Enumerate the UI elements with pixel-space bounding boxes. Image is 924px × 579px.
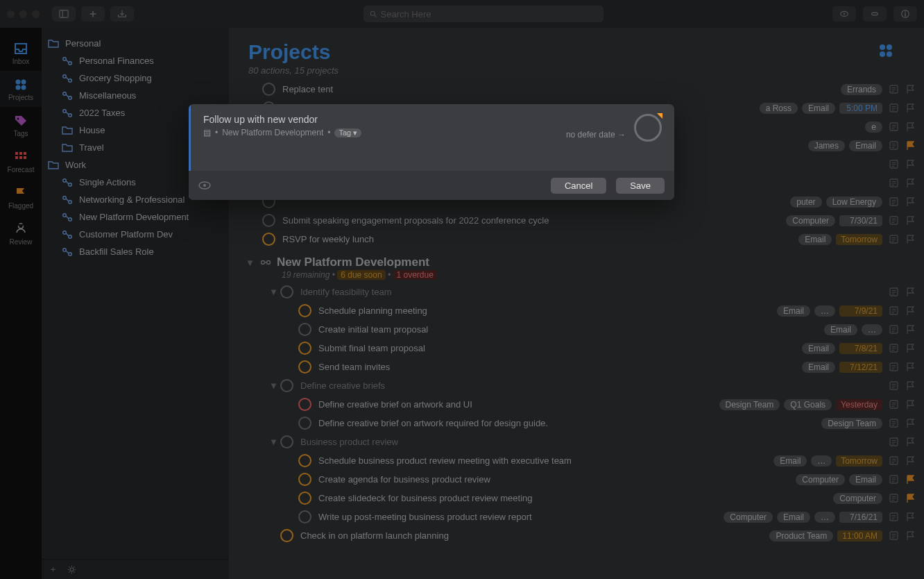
task-row[interactable]: Schedule business product review meeting… [229,451,916,470]
project-section-header[interactable]: ▼New Platform Development19 remaining • … [229,249,916,280]
note-indicator-icon[interactable] [889,160,899,169]
task-row[interactable]: Replace tentErrands [229,80,916,99]
task-row[interactable]: ▼Identify feasibility team [229,283,916,301]
quick-entry-view-icon[interactable] [198,181,211,190]
task-row[interactable]: Define creative brief on artwork require… [229,414,916,433]
task-tag[interactable]: Computer [724,512,773,523]
task-tag[interactable]: Errands [841,84,882,95]
projects-perspective-icon[interactable] [878,43,893,58]
disclosure-triangle-icon[interactable]: ▼ [269,287,278,297]
flag-icon[interactable] [906,141,916,151]
flag-icon[interactable] [906,178,916,188]
task-tag[interactable]: Computer [786,215,835,226]
task-checkbox[interactable] [262,214,275,227]
quick-entry-tag-chip[interactable]: Tag ▾ [334,128,361,137]
task-row[interactable]: Create initial team proposalEmail… [229,320,916,339]
task-checkbox[interactable] [298,398,311,411]
note-indicator-icon[interactable] [889,456,899,466]
rail-tags[interactable]: Tags [0,107,42,143]
flag-icon[interactable] [906,287,916,297]
disclosure-triangle-icon[interactable]: ▼ [269,380,278,391]
quick-entry-button[interactable] [110,6,134,22]
note-indicator-icon[interactable] [889,216,899,226]
sidebar-project[interactable]: Personal Finances [42,52,229,69]
save-button[interactable]: Save [616,178,665,194]
note-indicator-icon[interactable] [889,122,899,132]
task-tag[interactable]: Email [802,343,835,354]
note-indicator-icon[interactable] [889,178,899,188]
focus-button[interactable] [863,6,887,22]
task-row[interactable]: Check in on platform launch planningProd… [229,526,916,545]
task-checkbox[interactable] [298,417,311,430]
task-row[interactable]: Define creative brief on artwork and UID… [229,395,916,414]
rail-flagged[interactable]: Flagged [0,179,42,215]
rail-forecast[interactable]: Forecast [0,143,42,179]
task-tag[interactable]: Product Team [769,530,833,542]
quick-entry-note-icon[interactable]: ▤ [203,128,211,137]
task-row[interactable]: Schedule planning meetingEmail…7/9/21 [229,301,916,320]
sidebar-project[interactable]: Customer Platform Dev [42,226,229,243]
task-checkbox[interactable] [298,473,311,486]
new-item-button[interactable] [81,6,105,22]
flag-icon[interactable] [906,381,916,391]
sidebar-project[interactable]: New Platform Development [42,208,229,226]
flag-icon[interactable] [906,85,916,94]
note-indicator-icon[interactable] [889,400,899,410]
sidebar-project[interactable]: Grocery Shopping [42,69,229,87]
flag-icon[interactable] [906,216,916,226]
task-tag[interactable]: … [814,305,835,317]
traffic-lights[interactable] [7,10,40,18]
task-tag[interactable]: James [808,140,845,151]
note-indicator-icon[interactable] [889,362,899,372]
note-indicator-icon[interactable] [889,287,899,297]
task-checkbox[interactable] [298,304,311,317]
flag-icon[interactable] [906,531,916,541]
task-tag[interactable]: Email [824,324,857,335]
task-tag[interactable]: puter [790,196,821,208]
note-indicator-icon[interactable] [889,381,899,391]
task-checkbox[interactable] [298,492,311,505]
flag-icon[interactable] [906,475,916,485]
sidebar-project[interactable]: Miscellaneous [42,87,229,104]
task-checkbox[interactable] [280,285,293,299]
flag-icon[interactable] [906,512,916,522]
task-tag[interactable]: Email [849,140,882,151]
task-tag[interactable]: Computer [796,474,845,485]
task-row[interactable]: Submit final team proposalEmail7/8/21 [229,339,916,358]
note-indicator-icon[interactable] [889,344,899,353]
task-tag[interactable]: … [814,512,835,523]
sidebar-gear-icon[interactable] [67,565,76,574]
task-row[interactable]: ▼Business product review [229,433,916,451]
flag-icon[interactable] [906,160,916,169]
task-checkbox[interactable] [298,454,311,467]
task-row[interactable]: Create slidedeck for business product re… [229,489,916,507]
disclosure-triangle-icon[interactable]: ▼ [246,258,255,268]
flag-icon[interactable] [906,362,916,372]
quick-entry-status-circle[interactable] [634,114,662,142]
cancel-button[interactable]: Cancel [551,178,606,194]
rail-review[interactable]: Review [0,215,42,251]
note-indicator-icon[interactable] [889,531,899,541]
task-row[interactable]: Submit speaking engagement proposals for… [229,211,916,230]
task-tag[interactable]: Email [849,474,882,485]
task-tag[interactable]: Email [802,362,835,373]
flag-icon[interactable] [906,456,916,466]
task-tag[interactable]: Email [777,305,810,317]
flag-icon[interactable] [906,437,916,447]
flag-icon[interactable] [906,197,916,207]
task-tag[interactable]: Computer [833,493,882,504]
flag-icon[interactable] [906,103,916,113]
task-tag[interactable]: Low Energy [826,196,882,208]
note-indicator-icon[interactable] [889,419,899,428]
task-row[interactable]: Send team invitesEmail7/12/21 [229,358,916,376]
task-tag[interactable]: Design Team [719,399,780,410]
note-indicator-icon[interactable] [889,512,899,522]
task-checkbox[interactable] [280,435,293,448]
task-tag[interactable]: Email [798,234,832,245]
note-indicator-icon[interactable] [889,306,899,316]
view-button[interactable] [832,6,856,22]
task-row[interactable]: Write up post-meeting business product r… [229,507,916,526]
task-checkbox[interactable] [298,510,311,523]
search-field[interactable]: Search Here [363,6,604,22]
task-tag[interactable]: Email [802,103,835,114]
